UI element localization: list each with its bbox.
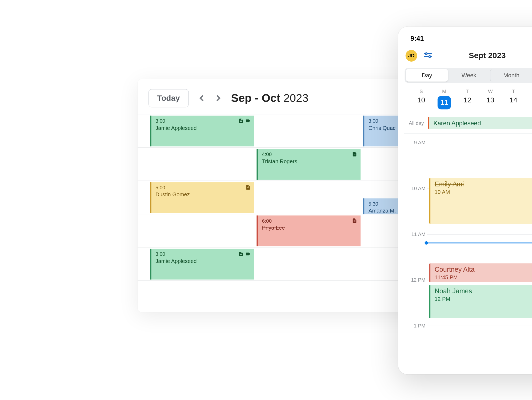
prev-chevron-icon[interactable]: [196, 93, 207, 104]
segment-month[interactable]: Month: [490, 69, 532, 82]
status-time: 9:41: [410, 35, 424, 42]
date-12[interactable]: 12: [456, 96, 479, 109]
svg-point-9: [425, 53, 427, 54]
month-title: Sept 2023: [469, 51, 506, 60]
calendar-event[interactable]: 5:00Dustin Gomez: [150, 182, 254, 213]
date-range-title: Sep - Oct 2023: [231, 92, 308, 105]
date-13[interactable]: 13: [479, 96, 502, 109]
day-event[interactable]: Noah James12 PM: [429, 285, 532, 318]
hour-label: 12 PM: [404, 277, 425, 283]
segment-week[interactable]: Week: [448, 69, 490, 82]
allday-event[interactable]: Karen Appleseed: [428, 117, 532, 129]
date-15[interactable]: 15: [525, 96, 532, 109]
hour-label: 10 AM: [404, 186, 425, 191]
day-event[interactable]: Emily Ami10 AM: [429, 178, 532, 224]
date-14[interactable]: 14: [502, 96, 525, 109]
calendar-event[interactable]: 3:00Jamie Appleseed: [150, 249, 254, 279]
calendar-event[interactable]: 3:00Jamie Appleseed: [150, 116, 254, 146]
next-chevron-icon[interactable]: [213, 93, 223, 104]
status-bar: 9:41: [404, 34, 532, 46]
hour-label: 9 AM: [404, 140, 425, 146]
hour-label: 11 AM: [404, 231, 425, 237]
day-event[interactable]: Courtney Alta11:45 PM: [429, 263, 532, 282]
weekday-row: SMTWTFS: [404, 89, 532, 94]
hour-label: 1 PM: [404, 323, 425, 329]
current-time-indicator: [426, 242, 532, 243]
allday-label: All day: [405, 120, 424, 126]
svg-point-10: [429, 55, 430, 57]
segment-day[interactable]: Day: [406, 69, 448, 82]
calendar-event[interactable]: 4:00Tristan Rogers: [257, 149, 361, 179]
today-button[interactable]: Today: [148, 89, 189, 107]
calendar-event[interactable]: 6:00Priya Lee: [257, 215, 361, 246]
view-segmented-control[interactable]: DayWeekMonthSchedule: [405, 68, 532, 83]
date-row[interactable]: 10111213141516: [404, 94, 532, 115]
mobile-calendar: 9:41 JD Sept 2023 Today + DayWeekMonthSc…: [398, 27, 532, 374]
avatar[interactable]: JD: [405, 50, 417, 61]
day-timeline[interactable]: 9 AM10 AM11 AM12 PM1 PMEmily Ami10 AMCou…: [404, 134, 532, 351]
filter-icon[interactable]: [423, 51, 433, 61]
date-11[interactable]: 11: [433, 96, 455, 109]
date-10[interactable]: 10: [410, 96, 433, 109]
